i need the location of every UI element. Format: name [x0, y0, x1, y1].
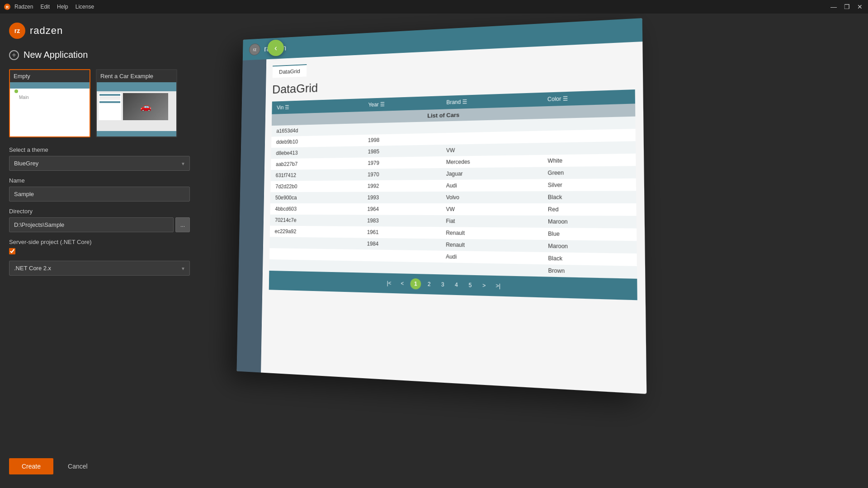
directory-field-group: Directory ...	[9, 208, 190, 232]
name-field-group: Name	[9, 177, 190, 202]
left-panel: rz radzen + New Application Empty Main	[0, 14, 199, 488]
page-next-button[interactable]: >	[478, 280, 490, 291]
datagrid-table: Vin ☰ Year ☰ Brand ☰ Color ☰	[269, 89, 637, 279]
page-3-button[interactable]: 3	[437, 279, 448, 290]
logo-area: rz radzen	[9, 23, 190, 39]
bg-app-body: DataGrid DataGrid Vin ☰ Year ☰	[236, 42, 646, 394]
browse-button[interactable]: ...	[175, 217, 190, 232]
preview-toolbar	[10, 82, 90, 89]
app-icon: R	[4, 3, 11, 10]
template-rca-preview: 🚗	[97, 82, 176, 136]
right-panel: ‹ rz radzen DataGrid DataGrid	[199, 14, 868, 488]
close-button[interactable]: ✕	[855, 3, 864, 10]
page-1-button[interactable]: 1	[410, 278, 421, 290]
template-card-empty[interactable]: Empty Main	[9, 69, 90, 137]
new-app-title: New Application	[24, 50, 88, 60]
plus-circle-icon[interactable]: +	[9, 50, 19, 60]
menu-license[interactable]: License	[75, 4, 94, 10]
theme-field-group: Select a theme BlueGrey Default Dark Lig…	[9, 146, 190, 171]
window-controls: — ❐ ✕	[829, 3, 864, 10]
main-content: rz radzen + New Application Empty Main	[0, 14, 868, 488]
cancel-button[interactable]: Cancel	[59, 458, 97, 474]
server-side-field-group: Server-side project (.NET Core)	[9, 239, 190, 254]
rca-car-image: 🚗	[123, 93, 168, 120]
menu-help[interactable]: Help	[57, 4, 68, 10]
template-empty-preview: Main	[10, 82, 90, 136]
server-side-label: Server-side project (.NET Core)	[9, 239, 190, 245]
dotnet-select[interactable]: .NET Core 2.x .NET Core 3.x	[9, 261, 190, 276]
theme-label: Select a theme	[9, 146, 190, 153]
menu-bar: Edit Help License	[40, 4, 94, 10]
svg-text:rz: rz	[253, 47, 257, 52]
rca-header	[97, 82, 176, 91]
page-2-button[interactable]: 2	[424, 279, 434, 290]
dotnet-select-wrapper: .NET Core 2.x .NET Core 3.x ▼	[9, 261, 190, 276]
preview-main-text: Main	[19, 95, 29, 100]
theme-select[interactable]: BlueGrey Default Dark Light	[9, 156, 190, 171]
bg-app-window: rz radzen DataGrid DataGrid Vin ☰	[236, 18, 646, 394]
table-row: 4bbcd603 1964 VW Red	[270, 203, 637, 216]
bg-app-tab: DataGrid	[273, 64, 307, 78]
directory-row: ...	[9, 217, 190, 232]
bottom-buttons: Create Cancel	[9, 458, 97, 474]
logo-text: radzen	[30, 25, 63, 37]
directory-label: Directory	[9, 208, 190, 215]
theme-select-wrapper: BlueGrey Default Dark Light ▼	[9, 156, 190, 171]
title-bar: R Radzen Edit Help License — ❐ ✕	[0, 0, 868, 14]
logo-icon: rz	[9, 23, 25, 39]
preview-dot	[14, 89, 18, 93]
rca-body: 🚗	[97, 91, 176, 122]
minimize-button[interactable]: —	[829, 3, 839, 10]
svg-text:R: R	[6, 5, 9, 9]
server-side-checkbox-row	[9, 248, 190, 254]
template-cards: Empty Main Rent a Car Example	[9, 69, 190, 137]
dotnet-field-group: .NET Core 2.x .NET Core 3.x ▼	[9, 261, 190, 276]
page-prev-button[interactable]: <	[397, 278, 408, 289]
template-empty-label: Empty	[10, 70, 90, 82]
rca-form	[99, 93, 121, 120]
maximize-button[interactable]: ❐	[842, 3, 852, 10]
create-button[interactable]: Create	[9, 458, 53, 474]
name-input[interactable]	[9, 187, 190, 202]
menu-edit[interactable]: Edit	[40, 4, 50, 10]
name-label: Name	[9, 177, 190, 184]
template-card-rca[interactable]: Rent a Car Example 🚗	[96, 69, 177, 137]
app-title: Radzen	[14, 4, 33, 10]
rca-bottom	[97, 131, 176, 136]
page-last-button[interactable]: >|	[492, 280, 504, 291]
bg-app-logo-icon: rz	[249, 43, 260, 56]
title-bar-left: R Radzen Edit Help License	[4, 3, 94, 10]
page-5-button[interactable]: 5	[465, 280, 476, 291]
new-app-header: + New Application	[9, 50, 190, 60]
page-4-button[interactable]: 4	[451, 279, 462, 291]
bg-app-main: DataGrid DataGrid Vin ☰ Year ☰	[261, 42, 646, 394]
page-first-button[interactable]: |<	[384, 278, 395, 289]
table-row: 50e900ca 1993 Volvo Black	[270, 191, 636, 203]
template-rca-label: Rent a Car Example	[97, 70, 176, 82]
back-button[interactable]: ‹	[268, 40, 284, 56]
table-row: 7d2d22b0 1992 Audi Silver	[270, 178, 636, 192]
server-side-checkbox[interactable]	[9, 248, 15, 254]
directory-input[interactable]	[9, 217, 174, 232]
